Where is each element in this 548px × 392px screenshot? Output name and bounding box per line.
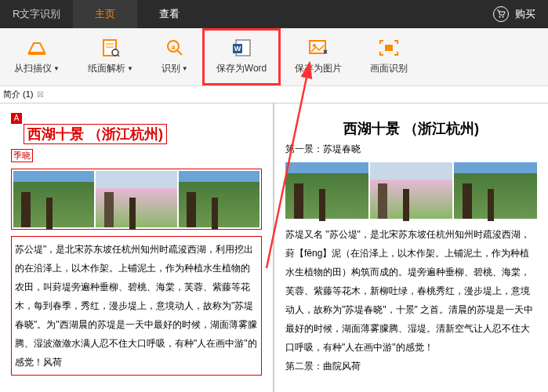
source-pane: A 西湖十景 （浙江杭州) 季晓 苏公堤"，是北宋苏东坡任杭州知州时疏浚西湖，利… [0, 103, 274, 392]
svg-text:W: W [234, 45, 241, 53]
scanner-button[interactable]: 从扫描仪▼ [0, 28, 74, 85]
svg-rect-2 [28, 52, 45, 55]
close-icon[interactable]: ☒ [37, 90, 44, 99]
doc-title-left: 西湖十景 （浙江杭州) [24, 124, 167, 144]
recognize-button[interactable]: a 识别▼ [147, 28, 202, 85]
result-pane: 西湖十景 （浙江杭州) 第一景：苏堤春晓 苏堤又名 "苏公堤"，是北宋苏东坡任杭… [274, 103, 548, 392]
scene-label-1: 第一景：苏堤春晓 [285, 143, 537, 156]
thumbnail [179, 171, 259, 227]
svg-point-0 [499, 16, 501, 18]
thumbnail [454, 162, 537, 219]
svg-point-6 [112, 49, 118, 56]
app-title: R文字识别 [0, 7, 73, 21]
svg-line-10 [177, 50, 182, 55]
svg-point-1 [503, 16, 504, 18]
svg-text:a: a [171, 43, 176, 51]
scene-label-2: 第二景：曲院风荷 [285, 360, 537, 373]
document-tabs: 简介 (1) ☒ [0, 86, 548, 103]
image-icon [307, 38, 329, 57]
thumbnail [370, 162, 453, 219]
svg-rect-16 [385, 45, 393, 51]
svg-point-15 [313, 44, 316, 47]
page-icon [100, 38, 122, 57]
screen-recognize-button[interactable]: 画面识别 [356, 28, 422, 85]
image-row-left [11, 169, 262, 230]
page-analyze-button[interactable]: 纸面解析▼ [74, 28, 147, 85]
dropdown-arrow-icon: ▼ [53, 65, 60, 72]
doc-title-right: 西湖十景 （浙江杭州) [285, 119, 537, 138]
scanner-icon [26, 38, 48, 57]
a-badge-icon: A [11, 113, 22, 124]
tab-view[interactable]: 查看 [137, 0, 201, 28]
svg-line-7 [118, 55, 119, 56]
word-icon: W [230, 38, 252, 57]
thumbnail [96, 171, 176, 227]
image-row-right [285, 162, 537, 219]
tab-home[interactable]: 主页 [73, 0, 137, 28]
recognize-icon: a [164, 38, 186, 57]
toolbar: 从扫描仪▼ 纸面解析▼ a 识别▼ W 保存为Word 保存为图片 画面识别 [0, 28, 548, 86]
thumbnail [13, 171, 94, 227]
save-image-button[interactable]: 保存为图片 [281, 28, 356, 85]
doc-tab[interactable]: 简介 (1) [3, 89, 34, 100]
body-text-right: 苏堤又名 "苏公堤"，是北宋苏东坡任杭州知州时疏浚西湖，葑【fēng】泥（在沿泽… [285, 225, 537, 357]
body-text-left: 苏公堤"，是北宋苏东坡任杭州知州时疏浚西湖，利用挖出的在沿泽上，以木作架。上铺泥… [11, 236, 262, 376]
save-word-button[interactable]: W 保存为Word [202, 28, 281, 85]
cart-icon[interactable] [493, 6, 509, 22]
screen-icon [378, 38, 400, 57]
subtitle-left: 季晓 [11, 149, 33, 162]
thumbnail [285, 162, 368, 219]
buy-label[interactable]: 购买 [515, 7, 535, 21]
